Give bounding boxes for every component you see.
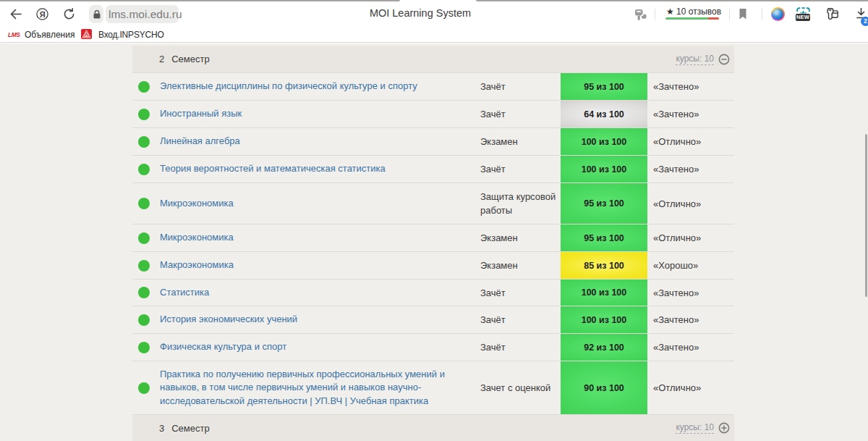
svg-text:Я: Я	[40, 10, 46, 19]
